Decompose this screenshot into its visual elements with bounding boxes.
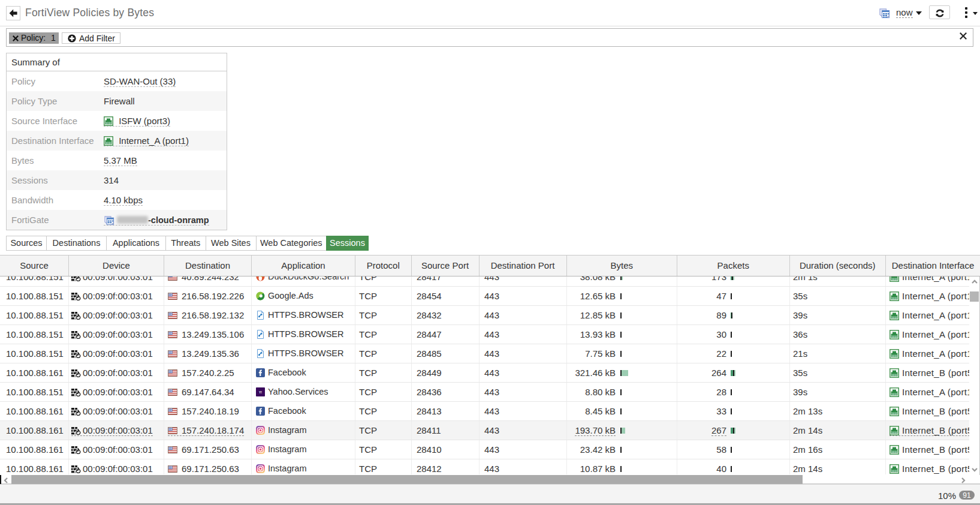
- svg-text:Y!: Y!: [259, 390, 262, 394]
